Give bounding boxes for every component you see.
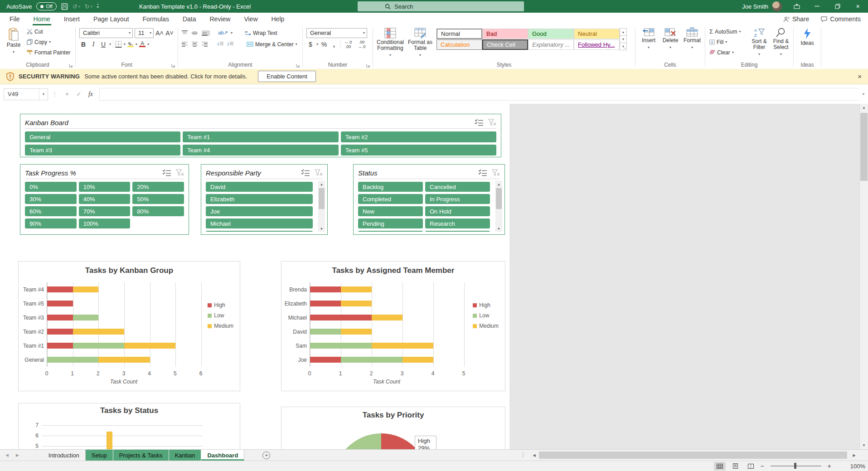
comma-style-icon[interactable]: , (330, 41, 338, 48)
orientation-dropdown[interactable]: ▾ (231, 31, 233, 35)
scroll-up-icon[interactable]: ▲ (860, 104, 868, 112)
normal-view-icon[interactable] (714, 462, 726, 471)
enter-entry-icon[interactable]: ✓ (73, 89, 85, 100)
ribbon-tab[interactable]: Page Layout (92, 13, 130, 25)
decrease-indent-icon[interactable] (217, 42, 225, 47)
format-cells-button[interactable]: Format ▾ (683, 25, 702, 50)
zoom-slider[interactable] (771, 466, 821, 466)
slicer-button[interactable]: Research (425, 219, 490, 228)
tab-bar-splitter[interactable]: ⋮ (520, 452, 526, 458)
slicer-button[interactable]: David (206, 182, 313, 192)
insert-cells-dropdown[interactable]: ▾ (648, 44, 650, 50)
scrollbar-thumb[interactable] (860, 113, 868, 181)
slicer-button[interactable]: 80% (132, 206, 184, 216)
number-dialog-launcher-icon[interactable] (366, 63, 370, 68)
slicer-button[interactable]: On Hold (425, 206, 490, 216)
slicer-multiselect-icon[interactable] (301, 169, 310, 176)
number-format-select[interactable]: General▾ (306, 28, 367, 38)
align-left-icon[interactable] (182, 42, 190, 47)
font-size-select[interactable]: 11▾ (135, 28, 154, 38)
slicer-scrollbar[interactable]: ▲ ▼ (318, 181, 325, 232)
styles-gallery-up-icon[interactable]: ▲ (620, 28, 627, 36)
slicer-button[interactable]: 60% (25, 206, 77, 216)
alignment-dialog-launcher-icon[interactable] (296, 63, 300, 68)
enable-content-button[interactable]: Enable Content (258, 71, 316, 82)
slicer-button-partial[interactable] (358, 231, 423, 232)
format-painter-button[interactable]: Format Painter (25, 47, 72, 58)
font-color-dropdown[interactable]: ▾ (147, 42, 149, 46)
zoom-level[interactable]: 100% (850, 463, 865, 470)
page-break-preview-icon[interactable] (745, 462, 756, 471)
underline-dropdown[interactable]: ▾ (109, 42, 111, 46)
chart-tasks-by-status[interactable]: Tasks by Status765 (18, 403, 240, 449)
cell-style-option[interactable]: Calculation (436, 39, 482, 50)
styles-gallery-down-icon[interactable]: ▼ (620, 35, 627, 43)
fill-dropdown[interactable]: ▾ (725, 40, 727, 44)
customize-quick-access-icon[interactable]: ▾ (97, 4, 99, 9)
slicer-button[interactable]: Elizabeth (206, 194, 313, 204)
align-center-icon[interactable] (192, 42, 200, 47)
slicer-button-partial[interactable] (206, 231, 313, 232)
name-box-dropdown-icon[interactable]: ▾ (39, 89, 48, 100)
scrollbar-thumb[interactable] (319, 188, 325, 209)
fill-color-dropdown[interactable]: ▾ (136, 42, 137, 46)
ribbon-tab[interactable]: Help (271, 13, 286, 25)
slicer-button[interactable]: Completed (358, 194, 423, 204)
slicer-button[interactable]: Michael (206, 219, 313, 228)
paste-dropdown[interactable]: ▾ (13, 49, 15, 55)
cancel-entry-icon[interactable]: × (61, 89, 73, 100)
ribbon-tab[interactable]: Home (33, 13, 51, 25)
slicer-button[interactable]: 30% (25, 194, 77, 204)
zoom-slider-thumb[interactable] (794, 463, 796, 469)
slicer-button[interactable]: Team #3 (25, 145, 180, 155)
format-cells-dropdown[interactable]: ▾ (691, 44, 693, 50)
sheet-tab[interactable]: Setup (86, 450, 113, 461)
slicer-multiselect-icon[interactable] (162, 169, 171, 176)
fill-button[interactable]: Fill ▾ (708, 37, 742, 47)
clear-dropdown[interactable]: ▾ (732, 50, 734, 54)
autosum-button[interactable]: Σ AutoSum ▾ (708, 26, 742, 37)
underline-button[interactable]: U (99, 41, 107, 48)
cut-button[interactable]: Cut (25, 26, 72, 37)
fill-color-icon[interactable] (127, 41, 134, 47)
format-as-table-dropdown[interactable]: ▾ (419, 52, 421, 58)
clipboard-dialog-launcher-icon[interactable] (69, 63, 73, 68)
conditional-formatting-button[interactable]: Conditional Formatting ▾ (376, 25, 405, 58)
cell-style-option[interactable]: Explanatory ... (528, 39, 574, 50)
worksheet-area[interactable]: Kanban Board GeneralTeam #1Team #2Team #… (0, 104, 868, 449)
align-top-icon[interactable] (182, 30, 190, 36)
slicer-responsible-party[interactable]: Responsible Party DavidElizabethJoeMicha… (201, 164, 328, 235)
delete-cells-dropdown[interactable]: ▾ (669, 44, 671, 50)
sheet-tab[interactable]: Introduction (43, 450, 86, 461)
clear-button[interactable]: Clear ▾ (708, 47, 742, 58)
paste-button[interactable]: Paste ▾ (4, 25, 24, 55)
slicer-multiselect-icon[interactable] (475, 119, 484, 126)
slicer-button[interactable]: 20% (132, 182, 184, 192)
scroll-up-icon[interactable]: ▲ (495, 181, 502, 187)
autosave-toggle[interactable]: Off (36, 2, 56, 10)
increase-decimal-icon[interactable]: ←.0.00 (342, 40, 354, 49)
name-box[interactable]: V49 ▾ (4, 88, 48, 100)
decrease-font-size-icon[interactable]: A˅ (165, 29, 174, 37)
sheet-tab[interactable]: Projects & Tasks (113, 450, 169, 461)
share-button[interactable]: Share (783, 15, 809, 23)
format-as-table-button[interactable]: Format as Table ▾ (407, 25, 434, 58)
ribbon-tab[interactable]: Insert (63, 13, 81, 25)
ribbon-tab[interactable]: File (9, 13, 21, 25)
sort-filter-dropdown[interactable]: ▾ (758, 51, 760, 57)
close-button[interactable]: × (848, 0, 868, 13)
user-avatar[interactable] (772, 1, 782, 11)
slicer-task-progress[interactable]: Task Progress % 0%10%20%30%40%50%60%70%8… (20, 164, 189, 235)
scroll-right-icon[interactable]: ▶ (850, 451, 858, 459)
save-icon[interactable] (61, 3, 68, 10)
slicer-multiselect-icon[interactable] (478, 169, 487, 176)
borders-icon[interactable] (115, 41, 122, 48)
slicer-button-partial[interactable] (425, 231, 490, 232)
slicer-button[interactable]: 100% (79, 219, 131, 228)
borders-dropdown[interactable]: ▾ (124, 42, 126, 46)
page-layout-view-icon[interactable] (729, 462, 741, 471)
ribbon-display-options-icon[interactable] (786, 0, 807, 13)
merge-center-button[interactable]: Merge & Center ▾ (245, 39, 299, 49)
slicer-button[interactable]: Team #4 (183, 145, 338, 155)
slicer-button[interactable]: In Progress (425, 194, 490, 204)
